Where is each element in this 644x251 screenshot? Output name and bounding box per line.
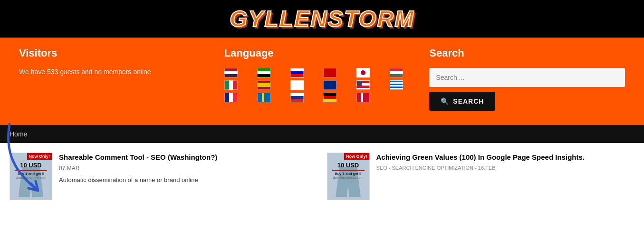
info-band: Visitors We have 533 guests and no membe… <box>0 38 644 125</box>
flag-hu[interactable] <box>390 68 403 77</box>
flag-nz[interactable] <box>323 80 336 90</box>
search-section: Search 🔍 SEARCH <box>429 47 625 111</box>
buy-text: Buy 1 and get 5 <box>327 172 369 176</box>
flag-de[interactable] <box>323 93 336 102</box>
article-meta: SEO - SEARCH ENGINE OPTIMIZATION - 16.FE… <box>376 165 585 171</box>
flag-ka[interactable] <box>290 80 304 90</box>
flags-grid <box>224 68 420 102</box>
flag-th[interactable] <box>224 68 238 77</box>
main-content: Now Only! 10 USD Buy 1 and get 5 domains… <box>0 143 644 200</box>
language-title: Language <box>224 47 420 59</box>
article-item: Now Only! 10 USD Buy 1 and get 5 domains… <box>10 153 317 200</box>
search-input[interactable] <box>429 68 625 87</box>
flag-en[interactable] <box>356 80 370 90</box>
flag-da[interactable] <box>356 93 370 102</box>
price-amount: 10 USD <box>327 162 369 169</box>
search-button-label: SEARCH <box>453 97 484 105</box>
visitors-count: We have 533 guests and no members online <box>19 68 215 76</box>
article-excerpt: Automatic dissemination of a name or bra… <box>59 175 217 185</box>
article-thumbnail: Now Only! 10 USD Buy 1 and get 5 domains… <box>327 153 370 200</box>
search-icon: 🔍 <box>441 97 449 105</box>
site-header: GYLLENSTORM <box>0 0 644 38</box>
price-line <box>332 170 365 171</box>
site-title[interactable]: GYLLENSTORM <box>230 6 414 32</box>
buy-text: Buy 1 and get 5 <box>10 172 52 176</box>
flag-ro[interactable] <box>323 68 336 77</box>
search-button[interactable]: 🔍 SEARCH <box>429 92 495 111</box>
domain-text: domainsxample.com <box>327 176 369 179</box>
flag-el[interactable] <box>390 80 403 90</box>
article-content: Achieving Green Values (100) In Google P… <box>376 153 585 174</box>
article-date-separator: - <box>475 165 478 171</box>
price-amount: 10 USD <box>10 162 52 169</box>
article-content: Shareable Comment Tool - SEO (Washington… <box>59 153 217 184</box>
article-date: 16.FEB <box>478 165 496 171</box>
domain-text: domainsxample.com <box>10 176 52 179</box>
flag-ar[interactable] <box>257 68 270 77</box>
flag-ja[interactable] <box>356 68 370 77</box>
language-section: Language <box>224 47 420 111</box>
flag-es[interactable] <box>257 80 270 90</box>
flag-sl[interactable] <box>290 68 304 77</box>
price-line <box>15 170 47 171</box>
price-badge: 10 USD Buy 1 and get 5 domainsxample.com <box>327 162 369 179</box>
nav-home[interactable]: Home <box>10 130 27 138</box>
now-only-badge: Now Only! <box>344 153 369 160</box>
article-item: Now Only! 10 USD Buy 1 and get 5 domains… <box>327 153 635 200</box>
price-badge: 10 USD Buy 1 and get 5 domainsxample.com <box>10 162 52 179</box>
search-title: Search <box>429 47 625 59</box>
flag-fr[interactable] <box>224 93 238 102</box>
flag-sv[interactable] <box>257 93 270 102</box>
article-thumbnail: Now Only! 10 USD Buy 1 and get 5 domains… <box>10 153 52 200</box>
article-title[interactable]: Achieving Green Values (100) In Google P… <box>376 153 585 162</box>
flag-it[interactable] <box>224 80 238 90</box>
flag-ru[interactable] <box>290 93 304 102</box>
article-date: 07.MAR <box>59 165 217 172</box>
now-only-badge: Now Only! <box>27 153 52 160</box>
article-title[interactable]: Shareable Comment Tool - SEO (Washington… <box>59 153 217 162</box>
nav-bar: Home <box>0 125 644 143</box>
article-meta-text: SEO - SEARCH ENGINE OPTIMIZATION <box>376 165 474 171</box>
visitors-title: Visitors <box>19 47 215 59</box>
visitors-section: Visitors We have 533 guests and no membe… <box>19 47 215 111</box>
